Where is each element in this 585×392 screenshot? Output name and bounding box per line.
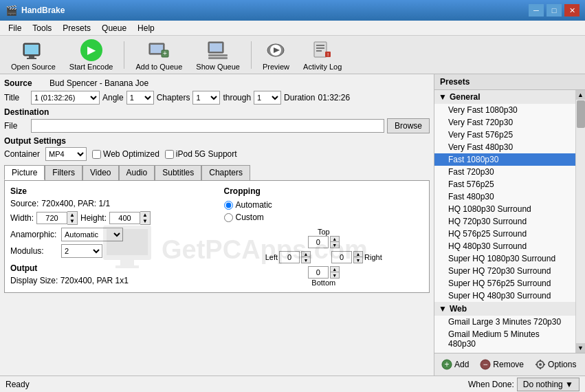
svg-text:+: + — [163, 50, 167, 57]
preset-gmail-large[interactable]: Gmail Large 3 Minutes 720p30 — [434, 316, 575, 328]
preset-fast-1080p30[interactable]: Fast 1080p30 — [434, 153, 575, 166]
preset-fast-576p25[interactable]: Fast 576p25 — [434, 178, 575, 190]
crop-left-down[interactable]: ▼ — [301, 257, 311, 263]
preset-very-fast-480p30[interactable]: Very Fast 480p30 — [434, 141, 575, 153]
tab-subtitles[interactable]: Subtitles — [155, 165, 201, 180]
close-button[interactable]: ✕ — [564, 4, 580, 17]
open-source-button[interactable]: Open Source — [5, 36, 61, 74]
titlebar: 🎬 HandBrake ─ □ ✕ — [0, 0, 585, 21]
height-up[interactable]: ▲ — [140, 212, 150, 218]
crop-right-up[interactable]: ▲ — [353, 251, 363, 257]
remove-preset-label: Remove — [493, 360, 524, 369]
right-label: Right — [364, 253, 382, 261]
crop-bottom-up[interactable]: ▲ — [330, 266, 340, 272]
source-size-label: Source: — [10, 199, 38, 208]
crop-left-up[interactable]: ▲ — [301, 251, 311, 257]
scroll-down-button[interactable]: ▼ — [576, 343, 586, 353]
show-queue-button[interactable]: Show Queue — [190, 36, 245, 74]
preset-hq-1080p30-surround[interactable]: HQ 1080p30 Surround — [434, 203, 575, 215]
menu-queue[interactable]: Queue — [96, 22, 132, 34]
height-down[interactable]: ▼ — [140, 218, 150, 224]
tab-filters[interactable]: Filters — [45, 165, 82, 180]
tab-video[interactable]: Video — [82, 165, 118, 180]
preset-group-web[interactable]: ▼ Web — [434, 302, 575, 316]
preset-hq-576p25-surround[interactable]: HQ 576p25 Surround — [434, 228, 575, 240]
tab-chapters[interactable]: Chapters — [201, 165, 250, 180]
width-input[interactable] — [36, 212, 67, 224]
start-encode-button[interactable]: ▶ Start Encode — [64, 36, 119, 74]
when-done-section: When Done: Do nothing ▼ — [468, 378, 580, 391]
ipod-checkbox[interactable] — [165, 150, 174, 159]
width-down[interactable]: ▼ — [67, 218, 77, 224]
menu-tools[interactable]: Tools — [27, 22, 57, 34]
minimize-button[interactable]: ─ — [529, 4, 544, 17]
file-label: File — [4, 121, 28, 131]
remove-preset-button[interactable]: − Remove — [477, 358, 527, 371]
output-heading: Output — [10, 263, 210, 273]
crop-top-down[interactable]: ▼ — [330, 242, 340, 248]
activity-log-button[interactable]: ! Activity Log — [298, 36, 347, 74]
chapters-from-select[interactable]: 1 — [192, 91, 220, 105]
menu-file[interactable]: File — [3, 22, 27, 34]
preset-group-general[interactable]: ▼ General — [434, 90, 575, 104]
add-to-queue-button[interactable]: + Add to Queue — [130, 36, 188, 74]
picture-tab-content: Size Source: 720x400, PAR: 1/1 Width: — [10, 186, 423, 287]
duration-value: 01:32:26 — [318, 93, 350, 102]
menu-presets[interactable]: Presets — [57, 22, 96, 34]
preset-very-fast-1080p30[interactable]: Very Fast 1080p30 — [434, 104, 575, 116]
crop-right-input[interactable] — [331, 251, 352, 263]
web-optimized-checkbox[interactable] — [92, 150, 101, 159]
preset-fast-720p30[interactable]: Fast 720p30 — [434, 166, 575, 178]
angle-select[interactable]: 1 — [126, 91, 154, 105]
source-size-row: Source: 720x400, PAR: 1/1 — [10, 199, 210, 208]
svg-rect-1 — [25, 45, 38, 54]
preset-superhq-1080p30-surround[interactable]: Super HQ 1080p30 Surround — [434, 252, 575, 265]
preset-superhq-576p25-surround[interactable]: Super HQ 576p25 Surround — [434, 277, 575, 290]
preset-hq-720p30-surround[interactable]: HQ 720p30 Surround — [434, 215, 575, 228]
custom-radio-row: Custom — [224, 213, 424, 222]
file-input[interactable] — [31, 119, 384, 133]
svg-rect-34 — [536, 364, 538, 365]
scroll-up-button[interactable]: ▲ — [576, 90, 586, 100]
preset-superhq-480p30-surround[interactable]: Super HQ 480p30 Surround — [434, 290, 575, 302]
preset-hq-480p30-surround[interactable]: HQ 480p30 Surround — [434, 240, 575, 252]
top-label: Top — [318, 228, 330, 236]
chapters-label: Chapters — [157, 93, 190, 102]
scrollbar[interactable]: ▲ ▼ — [575, 90, 585, 353]
preset-fast-480p30[interactable]: Fast 480p30 — [434, 190, 575, 203]
width-up[interactable]: ▲ — [67, 212, 77, 218]
add-preset-button[interactable]: + Add — [439, 358, 472, 371]
browse-button[interactable]: Browse — [387, 118, 430, 133]
ipod-support-label: iPod 5G Support — [165, 149, 237, 159]
crop-bottom-input[interactable] — [308, 266, 329, 279]
title-select[interactable]: 1 (01:32:26) — [31, 91, 100, 105]
crop-right-down[interactable]: ▼ — [353, 257, 363, 263]
maximize-button[interactable]: □ — [547, 4, 562, 17]
menu-help[interactable]: Help — [132, 22, 160, 34]
chapters-to-select[interactable]: 1 — [254, 91, 281, 105]
preset-very-fast-720p30[interactable]: Very Fast 720p30 — [434, 116, 575, 129]
preview-button[interactable]: Preview — [257, 36, 295, 74]
preset-gmail-medium[interactable]: Gmail Medium 5 Minutes 480p30 — [434, 328, 575, 350]
activity-log-icon: ! — [311, 39, 333, 61]
height-input[interactable] — [109, 212, 140, 224]
crop-top-input[interactable] — [308, 236, 329, 248]
crop-top-up[interactable]: ▲ — [330, 236, 340, 242]
preset-superhq-720p30-surround[interactable]: Super HQ 720p30 Surround — [434, 265, 575, 277]
width-label: Width: — [10, 213, 34, 223]
preset-very-fast-576p25[interactable]: Very Fast 576p25 — [434, 129, 575, 141]
automatic-radio[interactable] — [224, 201, 233, 210]
anamorphic-select[interactable]: Automatic — [61, 228, 123, 241]
crop-bottom-down[interactable]: ▼ — [330, 272, 340, 279]
auto-radio-row: Automatic — [224, 200, 424, 210]
crop-left-input[interactable] — [279, 251, 300, 263]
tab-picture[interactable]: Picture — [4, 165, 45, 180]
modulus-select[interactable]: 2 — [61, 244, 102, 258]
options-preset-button[interactable]: Options — [532, 358, 579, 371]
custom-radio[interactable] — [224, 213, 233, 222]
size-section: Size Source: 720x400, PAR: 1/1 Width: — [10, 186, 210, 287]
svg-rect-5 — [151, 45, 163, 53]
tab-audio[interactable]: Audio — [119, 165, 155, 180]
when-done-button[interactable]: Do nothing ▼ — [517, 378, 580, 391]
container-select[interactable]: MP4 — [45, 147, 87, 161]
